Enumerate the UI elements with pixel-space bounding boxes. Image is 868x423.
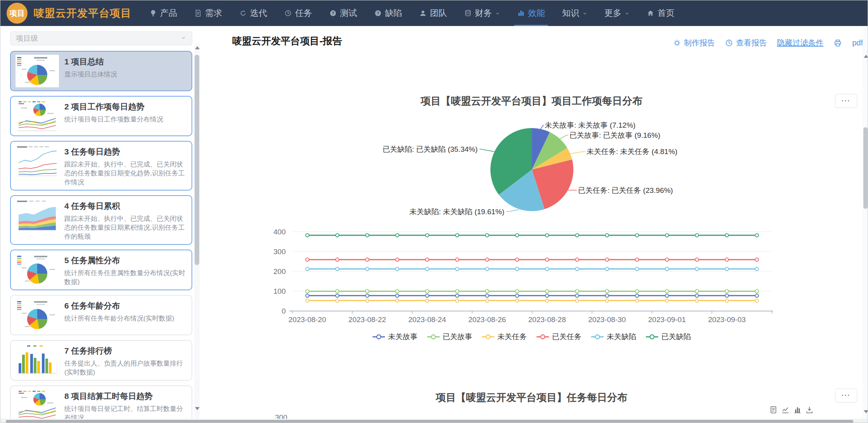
report-card-project-summary[interactable]: 1 项目总结 显示项目总体情况 xyxy=(10,51,192,91)
report-card-task-daily-cumulative[interactable]: 4 任务每日累积 跟踪未开始、执行中、已完成、已关闭状态的任务数量按日期累积情况… xyxy=(10,195,192,245)
nav-item-team[interactable]: 团队 xyxy=(419,0,447,26)
nav-item-requirements[interactable]: 需求 xyxy=(194,0,222,26)
project-logo-badge[interactable]: 项目 xyxy=(7,3,28,24)
sidebar-scrollbar-thumb[interactable] xyxy=(195,55,199,265)
sidebar-scroll-up-arrow[interactable] xyxy=(195,46,200,49)
chart1-title: 项目【唛盟云开发平台项目】项目工作项每日分布 xyxy=(233,94,830,108)
pie-label: 未关任务: 未关任务 (4.81%) xyxy=(587,147,677,156)
legend-item-已关故事[interactable]: 已关故事 xyxy=(427,332,472,342)
data-point xyxy=(575,234,579,237)
y-axis-label: 400 xyxy=(273,228,286,236)
horizontal-scrollbar-thumb[interactable] xyxy=(6,420,853,423)
top-nav: 项目 唛盟云开发平台项目 产品 需求 迭代 任务 ? 测试 xyxy=(0,0,868,26)
data-point xyxy=(545,258,549,262)
pie-label-leader-line xyxy=(480,149,495,152)
clock-icon xyxy=(284,9,292,17)
report-sidebar: 项目级 1 项目总结 显示项目总体情况 2 项目工作项每日趋势 统计 xyxy=(10,31,192,421)
view-report-button[interactable]: 查看报告 xyxy=(725,38,767,48)
data-point xyxy=(366,267,369,271)
report-card-settled-hours-daily-trend[interactable]: 8 项目结算工时每日趋势 统计项目每日登记工时、结算工时数量分布情况 xyxy=(10,385,192,421)
data-point xyxy=(665,267,669,271)
data-point xyxy=(366,290,369,293)
data-point xyxy=(366,234,369,237)
main-scroll-up-arrow[interactable] xyxy=(864,55,868,58)
x-axis-label: 2023-08-24 xyxy=(408,316,446,324)
report-card-task-age-distribution[interactable]: 6 任务年龄分布 统计所有任务年龄分布情况(实时数据) xyxy=(10,295,192,335)
nav-item-knowledge[interactable]: 知识 xyxy=(562,0,587,26)
make-report-label: 制作报告 xyxy=(684,38,715,48)
data-point xyxy=(606,294,609,297)
project-name: 唛盟云开发平台项目 xyxy=(34,6,131,20)
main-scrollbar-thumb[interactable] xyxy=(863,127,868,209)
data-point xyxy=(485,267,489,271)
coins-icon xyxy=(464,9,472,17)
report-card-list: 1 项目总结 显示项目总体情况 2 项目工作项每日趋势 统计项目每日工作项数量分… xyxy=(10,51,192,421)
nav-item-label: 财务 xyxy=(475,7,492,19)
thumbnail-pie-chart xyxy=(16,253,59,286)
chart2-more-button[interactable]: ··· xyxy=(835,388,857,402)
data-point xyxy=(606,258,609,262)
printer-icon xyxy=(833,39,842,47)
y-axis-label: 300 xyxy=(273,248,286,256)
report-card-task-daily-trend[interactable]: 3 任务每日趋势 跟踪未开始、执行中、已完成、已关闭状态的任务数量按日期变化趋势… xyxy=(10,141,192,191)
line-chart-icon[interactable] xyxy=(781,406,790,416)
nav-item-defects[interactable]: ? 缺陷 xyxy=(374,0,402,26)
legend-item-已关任务[interactable]: 已关任务 xyxy=(536,332,582,342)
nav-item-product[interactable]: 产品 xyxy=(149,0,177,26)
data-point xyxy=(485,299,489,302)
hide-filters-link[interactable]: 隐藏过滤条件 xyxy=(777,38,823,48)
report-card-title: 7 任务排行榜 xyxy=(64,345,187,356)
nav-item-performance[interactable]: 效能 xyxy=(517,0,545,26)
nav-item-home[interactable]: 首页 xyxy=(647,0,675,26)
main-scrollbar-track[interactable] xyxy=(863,27,868,420)
data-point xyxy=(456,258,459,262)
pdf-button[interactable]: pdf xyxy=(852,38,863,47)
report-card-workitem-daily-trend[interactable]: 2 项目工作项每日趋势 统计项目每日工作项数量分布情况 xyxy=(10,96,192,136)
report-level-select[interactable]: 项目级 xyxy=(10,31,192,45)
sidebar-scroll-down-arrow[interactable] xyxy=(195,407,200,410)
data-view-icon[interactable] xyxy=(769,406,778,416)
data-point xyxy=(426,299,429,302)
x-axis-label: 2023-09-01 xyxy=(648,316,686,324)
data-point xyxy=(695,234,699,237)
nav-item-label: 迭代 xyxy=(250,7,267,19)
data-point xyxy=(695,290,699,293)
data-point xyxy=(395,290,399,293)
download-icon[interactable] xyxy=(805,406,814,416)
nav-item-finance[interactable]: 财务 xyxy=(464,0,500,26)
nav-item-tasks[interactable]: 任务 xyxy=(284,0,312,26)
thumbnail-pie-line-chart xyxy=(16,100,59,132)
nav-item-more[interactable]: 更多 xyxy=(604,0,630,26)
print-button[interactable] xyxy=(833,39,842,47)
data-point xyxy=(575,290,579,293)
legend-label: 未关缺陷 xyxy=(607,332,636,342)
report-card-task-attribute-distribution[interactable]: 5 任务属性分布 统计所有任务任意属性数量分布情况(实时数据) xyxy=(10,250,192,290)
legend-item-未关任务[interactable]: 未关任务 xyxy=(481,332,527,342)
data-point xyxy=(336,267,339,271)
main-scroll-down-arrow[interactable] xyxy=(864,410,868,413)
chart1-legend: 未关故事已关故事未关任务已关任务未关缺陷已关缺陷 xyxy=(233,332,830,342)
nav-menu: 产品 需求 迭代 任务 ? 测试 ? 缺陷 xyxy=(149,0,692,26)
thumbnail-area-chart xyxy=(16,199,59,232)
page: 项目 唛盟云开发平台项目 产品 需求 迭代 任务 ? 测试 xyxy=(0,0,868,423)
thumbnail-pie-line-chart xyxy=(16,389,59,421)
legend-label: 已关故事 xyxy=(443,332,472,342)
data-point xyxy=(456,290,459,293)
nav-item-iterations[interactable]: 迭代 xyxy=(239,0,267,26)
data-point xyxy=(606,267,609,271)
make-report-button[interactable]: 制作报告 xyxy=(673,38,715,48)
legend-label: 未关任务 xyxy=(497,332,527,342)
report-card-task-ranking[interactable]: 7 任务排行榜 任务提出人、负责人的用户故事数量排行(实时数据) xyxy=(10,340,192,381)
report-card-title: 1 项目总结 xyxy=(64,56,187,67)
bar-chart-icon[interactable] xyxy=(793,406,802,416)
thumbnail-pie-chart xyxy=(16,55,59,87)
data-point xyxy=(516,234,519,237)
nav-item-testing[interactable]: ? 测试 xyxy=(329,0,357,26)
chart1-more-button[interactable]: ··· xyxy=(835,94,857,108)
legend-marker xyxy=(427,334,440,340)
legend-item-已关缺陷[interactable]: 已关缺陷 xyxy=(645,332,691,342)
report-card-desc: 统计项目每日工作项数量分布情况 xyxy=(64,115,187,124)
legend-item-未关故事[interactable]: 未关故事 xyxy=(372,332,418,342)
legend-item-未关缺陷[interactable]: 未关缺陷 xyxy=(591,332,636,342)
data-point xyxy=(305,290,309,293)
